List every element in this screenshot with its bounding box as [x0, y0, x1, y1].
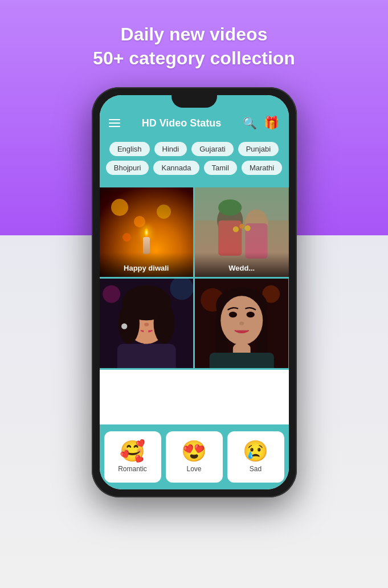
- love-emoji: 😍: [181, 441, 207, 462]
- svg-point-18: [133, 313, 141, 319]
- header-section: Daily new videos 50+ category collection: [81, 0, 307, 81]
- video-row-2: [100, 279, 289, 370]
- category-section: 🥰 Romantic 😍 Love 😢 Sad: [100, 424, 289, 489]
- video-card-bollywood1[interactable]: [100, 279, 195, 368]
- svg-point-20: [144, 323, 149, 326]
- chip-bhojpuri[interactable]: Bhojpuri: [106, 161, 149, 175]
- romantic-label: Romantic: [118, 465, 147, 473]
- app-bar-title: HD Video Status: [142, 117, 222, 129]
- video-grid: Happy diwali: [100, 187, 289, 424]
- chip-gujarati[interactable]: Gujarati: [191, 142, 234, 156]
- svg-point-22: [121, 324, 127, 329]
- svg-point-33: [239, 322, 244, 325]
- video-card-diwali[interactable]: Happy diwali: [100, 187, 195, 277]
- svg-point-19: [151, 313, 159, 319]
- svg-point-30: [220, 296, 263, 345]
- headline-line2: 50+ category collection: [93, 48, 295, 68]
- chip-tamil[interactable]: Tamil: [204, 161, 237, 175]
- language-row-2: Bhojpuri Kannada Tamil Marathi: [107, 161, 282, 175]
- language-row-1: English Hindi Gujarati Punjabi: [107, 142, 282, 156]
- svg-rect-23: [117, 344, 175, 369]
- search-icon[interactable]: 🔍: [243, 116, 257, 130]
- svg-point-11: [103, 285, 120, 303]
- svg-point-32: [246, 312, 254, 317]
- svg-point-31: [229, 312, 237, 317]
- headline: Daily new videos 50+ category collection: [93, 23, 295, 70]
- chip-english[interactable]: English: [109, 142, 150, 156]
- menu-icon[interactable]: [109, 119, 120, 127]
- category-card-love[interactable]: 😍 Love: [166, 431, 223, 483]
- wedding-label: Wedd...: [195, 252, 289, 277]
- chip-marathi[interactable]: Marathi: [242, 161, 282, 175]
- category-card-romantic[interactable]: 🥰 Romantic: [104, 431, 161, 483]
- headline-line1: Daily new videos: [121, 24, 268, 44]
- sad-emoji: 😢: [243, 441, 268, 462]
- video-card-bollywood2[interactable]: [195, 279, 289, 368]
- notch: [171, 95, 217, 108]
- gift-icon[interactable]: 🎁: [264, 116, 279, 130]
- svg-rect-21: [144, 328, 148, 346]
- svg-point-17: [153, 303, 174, 344]
- category-card-sad[interactable]: 😢 Sad: [227, 431, 284, 483]
- phone-wrapper: HD Video Status 🔍 🎁 English Hindi Gujara…: [92, 87, 297, 497]
- chip-hindi[interactable]: Hindi: [154, 142, 187, 156]
- diwali-label: Happy diwali: [100, 252, 194, 277]
- phone-screen: HD Video Status 🔍 🎁 English Hindi Gujara…: [100, 95, 289, 489]
- language-section: English Hindi Gujarati Punjabi Bhojpuri …: [100, 137, 289, 187]
- video-card-wedding[interactable]: Wedd...: [195, 187, 289, 277]
- svg-rect-35: [210, 353, 274, 368]
- chip-kannada[interactable]: Kannada: [153, 161, 199, 175]
- chip-punjabi[interactable]: Punjabi: [238, 142, 279, 156]
- romantic-emoji: 🥰: [120, 441, 145, 462]
- sad-label: Sad: [250, 465, 262, 473]
- svg-point-16: [118, 303, 139, 344]
- app-bar-icons: 🔍 🎁: [243, 116, 279, 130]
- video-row-1: Happy diwali: [100, 187, 289, 279]
- love-label: Love: [186, 465, 201, 473]
